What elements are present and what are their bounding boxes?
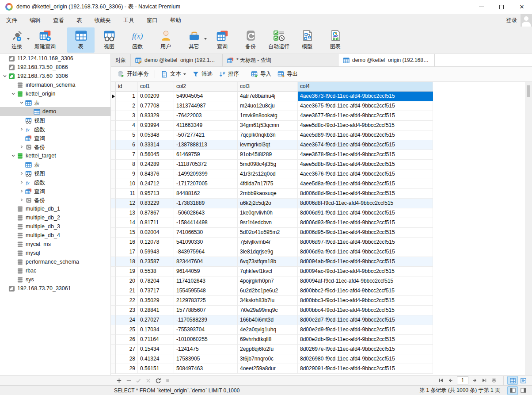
cell-col3[interactable]: 2egp8qi6fo2fu: [238, 345, 298, 354]
vertical-scrollbar[interactable]: [525, 82, 532, 375]
cell-col1[interactable]: 0.83229: [138, 199, 174, 208]
cell-col2[interactable]: -1118705372: [174, 160, 238, 169]
sidebar-item-112-124-110-169-3306[interactable]: 112.124.110.169_3306: [0, 54, 110, 63]
cell-id[interactable]: 27: [116, 345, 138, 354]
cell-col1[interactable]: 0.83329: [138, 111, 174, 121]
cell-col3[interactable]: 41r3r2s12q0od: [238, 169, 298, 179]
user-avatar[interactable]: [521, 14, 532, 27]
row-selector[interactable]: [111, 160, 116, 169]
cell-col3[interactable]: 34kskrh83b7iu: [238, 296, 298, 306]
menu-item-3[interactable]: 查看: [47, 14, 70, 27]
cell-col4[interactable]: 8d006d97-f9cd-11ec-afd4-9bbcc2ccf515: [298, 238, 433, 247]
sidebar-item-mycat-ms[interactable]: mycat_ms: [0, 240, 110, 249]
toolbar-button-charts[interactable]: 图表: [322, 27, 349, 53]
row-selector[interactable]: [111, 189, 116, 199]
cell-col4[interactable]: 4aee3678-f9cd-11ec-afd4-9bbcc2ccf515: [298, 150, 433, 160]
right-pane-toggle-button[interactable]: [518, 386, 528, 395]
chevron-down-icon[interactable]: [11, 92, 15, 96]
row-selector[interactable]: [111, 208, 116, 218]
cell-col4[interactable]: 4aee5d8c-f9cd-11ec-afd4-9bbcc2ccf515: [298, 121, 433, 130]
row-selector[interactable]: [111, 150, 116, 160]
cell-id[interactable]: 24: [116, 315, 138, 325]
cell-col3[interactable]: 4pojrgkrh0pn7: [238, 276, 298, 286]
cell-col1[interactable]: 0.17034: [138, 325, 174, 335]
chevron-down-icon[interactable]: [3, 74, 7, 78]
cell-col4[interactable]: 8d00e2d7-f9cd-11ec-afd4-9bbcc2ccf515: [298, 315, 433, 325]
sidebar-item-performance-schema[interactable]: performance_schema: [0, 257, 110, 266]
cell-col2[interactable]: 411663349: [174, 121, 238, 130]
sidebar-item-192-168-73-60-3306[interactable]: 192.168.73.60_3306: [0, 72, 110, 81]
toolbar-button-new-query[interactable]: 新建查询: [31, 27, 59, 53]
cell-id[interactable]: 12: [116, 199, 138, 208]
cell-col1[interactable]: 0.56045: [138, 150, 174, 160]
cell-col4[interactable]: 4aee5d8b-f9cd-11ec-afd4-9bbcc2ccf515: [298, 160, 433, 169]
sidebar-item-rbac[interactable]: rbac: [0, 266, 110, 275]
cell-id[interactable]: 19: [116, 267, 138, 276]
cell-col4[interactable]: 8d0094ab-f9cd-11ec-afd4-9bbcc2ccf515: [298, 257, 433, 267]
form-view-button[interactable]: [518, 376, 528, 385]
row-selector[interactable]: [111, 276, 116, 286]
cell-col1[interactable]: 0.77708: [138, 101, 174, 111]
cell-col2[interactable]: -843975964: [174, 247, 238, 257]
toolbar-button-connect[interactable]: 连接: [3, 27, 30, 53]
cell-col4[interactable]: 8d006d8d-f9cd-11ec-afd4-9bbcc2ccf515: [298, 189, 433, 199]
cell-col4[interactable]: 8d00bbc4-f9cd-11ec-afd4-9bbcc2ccf515: [298, 306, 433, 315]
prev-page-button[interactable]: [446, 376, 456, 385]
row-selector[interactable]: [111, 325, 116, 335]
cell-col1[interactable]: 0.93994: [138, 121, 174, 130]
chevron-down-icon[interactable]: [19, 100, 24, 105]
cell-col2[interactable]: -755393704: [174, 325, 238, 335]
chevron-right-icon[interactable]: [19, 145, 24, 149]
cell-col4[interactable]: 4aee3677-f9cd-11ec-afd4-9bbcc2ccf515: [298, 111, 433, 121]
cell-id[interactable]: 5: [116, 130, 138, 140]
menu-item-4[interactable]: 表: [70, 14, 88, 27]
cell-id[interactable]: 3: [116, 111, 138, 121]
menu-item-5[interactable]: 收藏夹: [88, 14, 118, 27]
cell-col1[interactable]: 0.81711: [138, 218, 174, 228]
row-selector[interactable]: [111, 169, 116, 179]
cell-id[interactable]: 10: [116, 179, 138, 189]
cell-col2[interactable]: 541090330: [174, 238, 238, 247]
cell-col4[interactable]: 8d00bbc3-f9cd-11ec-afd4-9bbcc2ccf515: [298, 296, 433, 306]
remove-record-button[interactable]: [124, 376, 133, 385]
row-selector[interactable]: [111, 247, 116, 257]
cell-col1[interactable]: 0.95713: [138, 189, 174, 199]
sidebar-item-192-168-73-70-33061[interactable]: 192.168.73.70_33061: [0, 284, 110, 293]
cell-id[interactable]: 25: [116, 325, 138, 335]
sidebar-item-mysql[interactable]: mysql: [0, 249, 110, 257]
cell-col2[interactable]: -506028643: [174, 208, 238, 218]
cell-id[interactable]: 26: [116, 335, 138, 345]
column-header-id[interactable]: id: [116, 82, 138, 92]
cell-col1[interactable]: 0.87867: [138, 208, 174, 218]
chevron-right-icon[interactable]: [19, 198, 24, 202]
cell-col4[interactable]: 8d029091-f9cd-11ec-afd4-9bbcc2ccf515: [298, 364, 433, 374]
cell-col1[interactable]: 0.71164: [138, 335, 174, 345]
cell-col4[interactable]: 8d006d8f-f9cd-11ec-afd4-9bbcc2ccf515: [298, 199, 433, 208]
cell-col2[interactable]: 508497463: [174, 364, 238, 374]
cell-col4[interactable]: 8d00bbc2-f9cd-11ec-afd4-9bbcc2ccf515: [298, 286, 433, 296]
sidebar-item-multiple-db-2[interactable]: multiple_db_2: [0, 213, 110, 222]
toolbar-button-user[interactable]: 用户: [152, 27, 179, 53]
sidebar-item--[interactable]: 表: [0, 160, 110, 169]
cell-col3[interactable]: 5d02o41o595m2: [238, 228, 298, 238]
sidebar-item--[interactable]: 视图: [0, 116, 110, 125]
sidebar-item--[interactable]: 表: [0, 98, 110, 107]
cell-col2[interactable]: 741066530: [174, 228, 238, 238]
cell-col3[interactable]: 91ob45i8l289: [238, 150, 298, 160]
cell-col4[interactable]: 4aee3676-f9cd-11ec-afd4-9bbcc2ccf515: [298, 169, 433, 179]
toolbar-button-others[interactable]: 其它: [180, 27, 208, 53]
data-toolbar-button-export[interactable]: 导出: [274, 69, 301, 80]
menu-item-6[interactable]: 工具: [117, 14, 141, 27]
cell-col3[interactable]: 69vhrhdtkqll8: [238, 335, 298, 345]
cell-col3[interactable]: 6u2d2bc1pe6u2: [238, 286, 298, 296]
cell-col1[interactable]: 0.35029: [138, 296, 174, 306]
cell-col2[interactable]: -76422003: [174, 111, 238, 121]
discard-record-button[interactable]: [143, 376, 153, 385]
cell-col4[interactable]: 8d006d91-f9cd-11ec-afd4-9bbcc2ccf515: [298, 208, 433, 218]
maximize-button[interactable]: [491, 0, 512, 14]
cell-col2[interactable]: -173831889: [174, 199, 238, 208]
cell-col3[interactable]: 7qcplk0nqkb3n: [238, 130, 298, 140]
tab-3[interactable]: * 无标题 - 查询: [223, 54, 338, 66]
sidebar-item--[interactable]: 视图: [0, 169, 110, 178]
cell-col2[interactable]: 96144059: [174, 267, 238, 276]
